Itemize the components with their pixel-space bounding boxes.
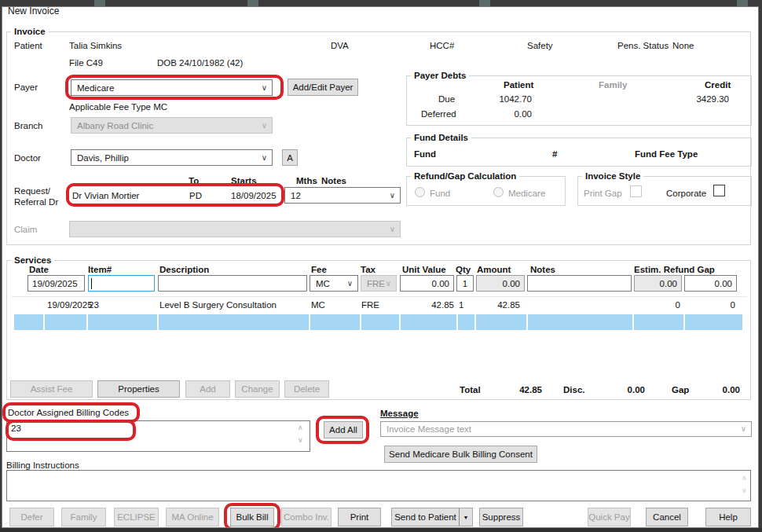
selected-cell xyxy=(528,314,632,330)
referral-doctor: Dr Vivian Mortier xyxy=(72,190,139,201)
invoice-style-group-label: Invoice Style xyxy=(582,171,643,182)
tax-header: Tax xyxy=(361,264,376,275)
estim-refund-field-value: 0.00 xyxy=(660,279,677,288)
selected-cell xyxy=(361,314,399,330)
scroll-up-icon[interactable]: ∧ xyxy=(742,475,747,482)
payer-label: Payer xyxy=(14,82,38,93)
qty-input[interactable]: 1 xyxy=(456,275,474,292)
chevron-down-icon: ∨ xyxy=(262,153,267,162)
add-edit-payer-button[interactable]: Add/Edit Payer xyxy=(288,79,358,96)
date-input[interactable]: 19/09/2025 xyxy=(27,275,85,292)
referral-starts-value: 18/09/2025 xyxy=(231,190,277,201)
credit-value: 3429.30 xyxy=(674,94,729,105)
ma-online-button: MA Online xyxy=(166,508,219,526)
doctor-label: Doctor xyxy=(14,152,41,163)
referral-mths-combobox[interactable]: 12 ∨ xyxy=(284,187,401,204)
print-button[interactable]: Print xyxy=(338,508,381,526)
item-input[interactable] xyxy=(88,275,155,292)
help-button[interactable]: Help xyxy=(705,508,751,526)
fund-label: Fund xyxy=(414,149,436,160)
message-combobox[interactable]: Invoice Message text ∨ xyxy=(380,421,752,437)
selected-cell xyxy=(458,314,474,330)
date-input-value: 19/09/2025 xyxy=(32,279,78,288)
doctor-combobox-value: Davis, Phillip xyxy=(77,153,129,163)
fee-combobox[interactable]: MC ∨ xyxy=(310,275,358,292)
fund-radio xyxy=(415,187,425,197)
message-label: Message xyxy=(380,408,419,419)
selected-cell xyxy=(159,314,309,330)
pens-status-label: Pens. Status xyxy=(617,40,669,51)
payer-combobox[interactable]: Medicare ∨ xyxy=(71,79,273,96)
row-description: Level B Surgery Consultation xyxy=(159,299,277,310)
row-date: 19/09/2025 xyxy=(47,299,93,310)
properties-button[interactable]: Properties xyxy=(97,380,180,398)
selected-cell xyxy=(401,314,456,330)
unit-value-input-value: 0.00 xyxy=(432,279,449,288)
message-placeholder: Invoice Message text xyxy=(386,424,471,434)
background-window-fragment xyxy=(94,0,105,6)
referral-mths-header: Mths xyxy=(296,175,317,186)
selected-cell xyxy=(45,314,86,330)
doctor-combobox[interactable]: Davis, Phillip ∨ xyxy=(71,149,273,166)
amount-field: 0.00 xyxy=(476,275,525,292)
print-gap-label: Print Gap xyxy=(584,188,622,199)
fund-details-group-label: Fund Details xyxy=(411,132,471,143)
corporate-checkbox[interactable] xyxy=(713,185,725,196)
gap-input-value: 0.00 xyxy=(715,279,732,288)
referral-starts-header: Starts xyxy=(231,175,257,186)
referral-mths-value: 12 xyxy=(291,191,301,200)
bulk-bill-button[interactable]: Bulk Bill xyxy=(230,508,274,526)
dropdown-arrow-icon[interactable]: ▼ xyxy=(459,508,472,526)
branch-combobox: Albany Road Clinic ∨ xyxy=(71,117,273,134)
send-to-patient-label: Send to Patient xyxy=(392,512,459,522)
billing-instructions-textarea[interactable] xyxy=(6,470,751,501)
gap-total-label: Gap xyxy=(672,384,689,395)
scroll-down-icon[interactable]: ∨ xyxy=(298,437,303,444)
payer-debts-patient-header: Patient xyxy=(504,79,533,90)
add-button: Add xyxy=(185,380,230,398)
scroll-up-icon[interactable]: ∧ xyxy=(298,424,303,431)
assistant-button[interactable]: A xyxy=(282,149,298,166)
due-patient-value: 1042.70 xyxy=(477,94,532,105)
billing-instructions-label: Billing Instructions xyxy=(6,460,79,471)
chevron-down-icon: ∨ xyxy=(390,225,395,233)
claim-label: Claim xyxy=(14,224,37,235)
safety-label: Safety xyxy=(527,40,553,51)
selected-cell xyxy=(476,314,526,330)
row-qty: 1 xyxy=(459,299,463,310)
qty-header: Qty xyxy=(456,264,471,275)
invoice-group-label: Invoice xyxy=(11,26,49,37)
defer-button: Defer xyxy=(9,508,54,526)
unit-value-input[interactable]: 0.00 xyxy=(400,275,454,292)
estim-refund-gap-header: Estim. Refund Gap xyxy=(634,264,715,275)
estim-refund-field: 0.00 xyxy=(634,275,682,292)
send-to-patient-button[interactable]: Send to Patient ▼ xyxy=(391,508,473,526)
patient-dob: DOB 24/10/1982 (42) xyxy=(157,57,243,68)
description-input[interactable] xyxy=(158,275,307,292)
row-tax: FRE xyxy=(361,299,379,310)
selected-cell xyxy=(634,314,683,330)
refund-gap-group-label: Refund/Gap Calculation xyxy=(411,171,519,182)
suppress-button[interactable]: Suppress xyxy=(479,508,523,526)
delete-button: Delete xyxy=(284,380,329,398)
applicable-fee-type-label: Applicable Fee Type MC xyxy=(69,101,167,112)
add-all-button[interactable]: Add All xyxy=(324,421,363,438)
corporate-label: Corporate xyxy=(666,188,706,199)
row-estim-refund: 0 xyxy=(657,299,680,310)
gap-input[interactable]: 0.00 xyxy=(684,275,737,292)
print-gap-checkbox xyxy=(630,185,642,197)
notes-input[interactable] xyxy=(527,275,632,292)
billing-codes-list[interactable]: 23 xyxy=(6,420,310,452)
payer-combobox-value: Medicare xyxy=(77,83,114,93)
branch-combobox-value: Albany Road Clinic xyxy=(77,121,153,130)
disc-value: 0.00 xyxy=(598,384,645,395)
patient-label: Patient xyxy=(14,40,42,51)
cancel-button[interactable]: Cancel xyxy=(646,508,688,526)
send-bulk-billing-consent-button[interactable]: Send Medicare Bulk Billing Consent xyxy=(384,446,537,463)
family-button: Family xyxy=(61,508,106,526)
billing-code-item: 23 xyxy=(11,424,21,433)
fund-radio-label: Fund xyxy=(430,188,450,199)
background-window-fragment xyxy=(737,0,748,6)
scroll-down-icon[interactable]: ∨ xyxy=(742,487,747,494)
selected-table-row[interactable] xyxy=(14,314,742,330)
